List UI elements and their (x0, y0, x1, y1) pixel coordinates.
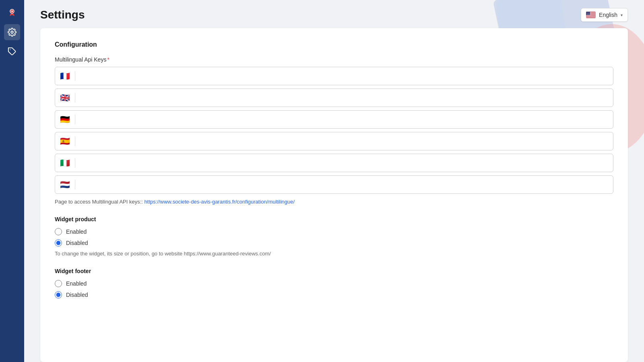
widget-product-enabled-radio[interactable] (55, 228, 62, 235)
api-link[interactable]: https://www.societe-des-avis-garantis.fr… (144, 199, 295, 205)
content-panel: Configuration Multilingual Api Keys* 🇫🇷 … (40, 28, 628, 362)
widget-product-radio-group: Enabled Disabled (55, 228, 613, 247)
api-key-row-gb: 🇬🇧 (55, 88, 613, 107)
svg-rect-9 (586, 16, 596, 16)
api-key-fields: 🇫🇷 🇬🇧 🇩🇪 🇪🇸 🇮🇹 (55, 67, 613, 194)
flag-de: 🇩🇪 (55, 115, 75, 124)
widget-product-disabled-label[interactable]: Disabled (55, 239, 613, 247)
svg-rect-10 (586, 17, 596, 18)
api-key-input-nl[interactable] (75, 181, 613, 188)
widget-footer-enabled-radio[interactable] (55, 280, 62, 287)
flag-us-icon: ★★★★★★ ★★★★★ ★★★★★★ (586, 12, 596, 18)
api-key-input-gb[interactable] (75, 95, 613, 101)
widget-footer-disabled-text: Disabled (66, 292, 88, 298)
api-link-text: Page to access Multilingual API keys:: h… (55, 199, 613, 205)
language-selector[interactable]: ★★★★★★ ★★★★★ ★★★★★★ English ▾ (581, 8, 628, 22)
header: Settings ★★★★★★ ★★★★★ ★★★★★★ English ▾ (24, 0, 644, 28)
widget-footer-enabled-text: Enabled (66, 280, 87, 287)
api-key-input-fr[interactable] (75, 73, 613, 79)
section-title: Configuration (55, 41, 613, 48)
api-key-input-es[interactable] (75, 138, 613, 144)
widget-footer-title: Widget footer (55, 268, 613, 274)
widget-footer-disabled-radio[interactable] (55, 291, 62, 298)
main-content: Settings ★★★★★★ ★★★★★ ★★★★★★ English ▾ (24, 0, 644, 362)
widget-footer-disabled-label[interactable]: Disabled (55, 291, 613, 298)
svg-point-2 (11, 31, 13, 33)
api-key-row-fr: 🇫🇷 (55, 67, 613, 85)
flag-nl: 🇳🇱 (55, 180, 75, 189)
widget-footer-radio-group: Enabled Disabled (55, 280, 613, 298)
widget-product-section: Widget product Enabled Disabled To chang… (55, 216, 613, 257)
api-key-input-it[interactable] (75, 160, 613, 166)
api-key-row-nl: 🇳🇱 (55, 175, 613, 194)
widget-product-title: Widget product (55, 216, 613, 222)
widget-product-disabled-radio[interactable] (55, 239, 62, 247)
widget-product-enabled-label[interactable]: Enabled (55, 228, 613, 235)
widget-footer-enabled-label[interactable]: Enabled (55, 280, 613, 287)
widget-footer-section: Widget footer Enabled Disabled (55, 268, 613, 298)
sidebar-item-logo[interactable] (4, 5, 20, 21)
svg-rect-8 (586, 15, 596, 16)
flag-gb: 🇬🇧 (55, 93, 75, 103)
widget-product-enabled-text: Enabled (66, 228, 87, 235)
sidebar-item-settings[interactable] (4, 24, 20, 40)
flag-fr: 🇫🇷 (55, 71, 75, 81)
widget-product-note: To change the widget, its size or positi… (55, 251, 613, 257)
api-key-row-it: 🇮🇹 (55, 154, 613, 172)
required-marker: * (107, 56, 109, 63)
api-keys-label: Multilingual Api Keys* (55, 56, 613, 63)
flag-it: 🇮🇹 (55, 158, 75, 168)
api-key-input-de[interactable] (75, 116, 613, 123)
widget-product-disabled-text: Disabled (66, 240, 88, 246)
page-title: Settings (40, 8, 85, 21)
flag-es: 🇪🇸 (55, 136, 75, 146)
api-key-row-es: 🇪🇸 (55, 132, 613, 150)
api-key-row-de: 🇩🇪 (55, 110, 613, 129)
svg-point-1 (11, 10, 13, 12)
sidebar-item-tag[interactable] (4, 43, 20, 60)
language-label: English (599, 12, 617, 18)
chevron-down-icon: ▾ (621, 13, 623, 17)
sidebar (0, 0, 24, 362)
